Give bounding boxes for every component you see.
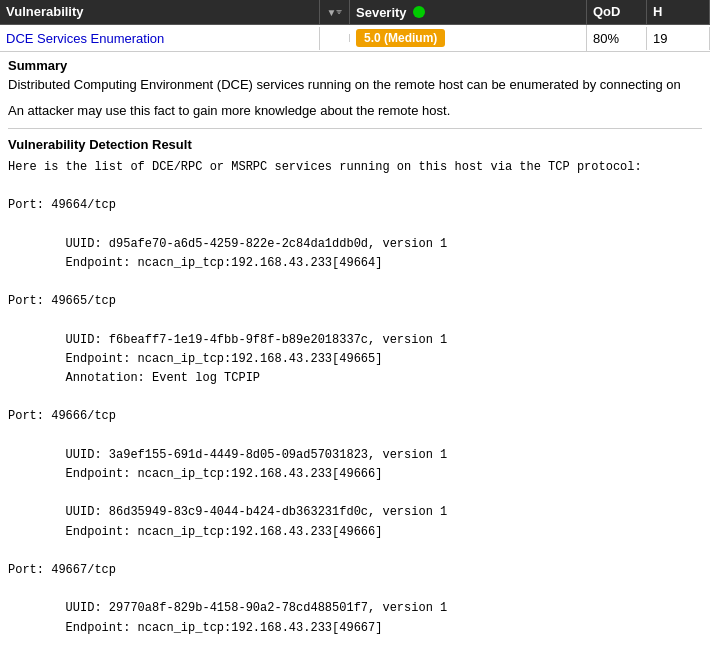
svg-rect-1 (338, 12, 341, 13)
severity-badge: 5.0 (Medium) (356, 29, 445, 47)
svg-rect-2 (339, 13, 341, 14)
filter-icon-col[interactable] (320, 0, 350, 24)
svg-rect-0 (337, 10, 342, 11)
severity-header: Severity (350, 0, 587, 24)
content-area: Summary Distributed Computing Environmen… (0, 52, 710, 653)
table-header: Vulnerability Severity QoD H (0, 0, 710, 25)
summary-section: Summary Distributed Computing Environmen… (8, 58, 702, 120)
qod-cell: 80% (587, 27, 647, 50)
detection-content: Here is the list of DCE/RPC or MSRPC ser… (8, 158, 702, 653)
h-header: H (647, 0, 710, 24)
filter-icon[interactable] (327, 4, 343, 20)
h-cell: 19 (647, 27, 710, 50)
vulnerability-cell: DCE Services Enumeration (0, 27, 320, 50)
detection-section: Vulnerability Detection Result Here is t… (8, 137, 702, 653)
table-row: DCE Services Enumeration 5.0 (Medium) 80… (0, 25, 710, 52)
severity-status-icon (413, 6, 425, 18)
vulnerability-header: Vulnerability (0, 0, 320, 24)
detection-title: Vulnerability Detection Result (8, 137, 702, 152)
summary-line2: An attacker may use this fact to gain mo… (8, 101, 702, 121)
vulnerability-link[interactable]: DCE Services Enumeration (6, 31, 164, 46)
section-divider (8, 128, 702, 129)
summary-line1: Distributed Computing Environment (DCE) … (8, 75, 702, 95)
summary-title: Summary (8, 58, 702, 73)
severity-cell: 5.0 (Medium) (350, 25, 587, 51)
row-icon-col (320, 34, 350, 42)
qod-header: QoD (587, 0, 647, 24)
